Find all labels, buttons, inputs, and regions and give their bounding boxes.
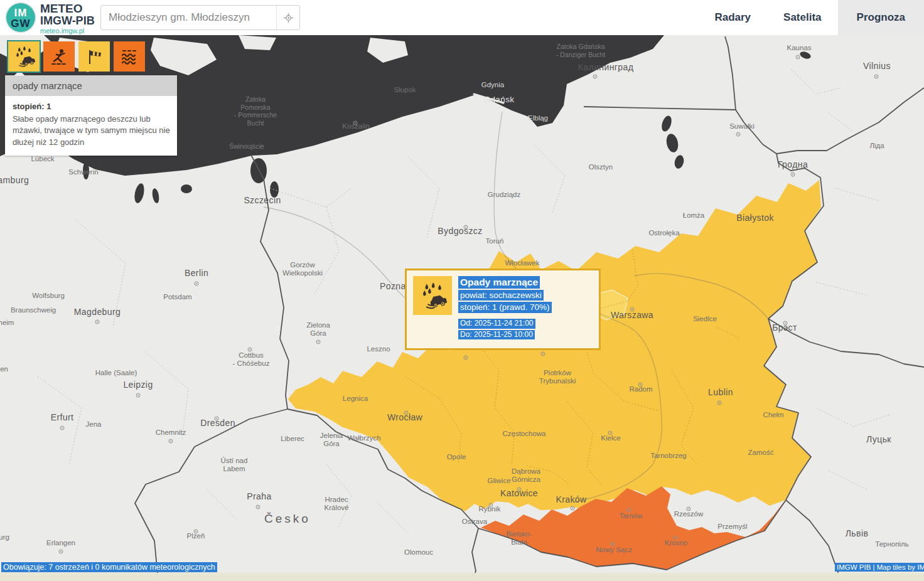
nav-satelita[interactable]: Satelita	[767, 0, 837, 35]
city-marker-dot	[318, 341, 319, 343]
map-label: Тернопіль	[875, 540, 908, 548]
panel-level: stopień: 1	[13, 102, 169, 111]
slipping-person-icon	[49, 46, 69, 67]
map-label: Olomouc	[404, 548, 433, 556]
map-label: Szczecin	[244, 195, 281, 205]
imgw-logo[interactable]: IM GW	[6, 3, 35, 32]
map-label: DąbrowaGórnicza	[512, 467, 541, 483]
nav-prognoza[interactable]: Prognoza	[838, 0, 924, 35]
map-label: Wolfsburg	[32, 292, 65, 299]
map-label: HradecKrálové	[325, 496, 349, 511]
warning-freezing-rain-button[interactable]	[8, 41, 40, 72]
bottom-strip	[0, 573, 924, 581]
location-search	[100, 5, 300, 30]
map-label: Przemyśl	[717, 523, 747, 530]
freezing-rain-icon	[418, 281, 447, 310]
city-marker-dot	[465, 357, 466, 358]
map-attribution-text: IMGW PIB | Map tiles by IMG	[835, 563, 924, 572]
city-marker-dot	[355, 122, 356, 124]
locate-button[interactable]	[276, 6, 299, 29]
city-marker-dot	[688, 508, 689, 509]
map-label: Gdynia	[481, 81, 505, 88]
map-label: Siedlce	[693, 315, 717, 322]
map-label: Grudziądz	[488, 191, 521, 198]
map-label: Rzeszów	[674, 510, 704, 518]
map-label: Częstochowa	[502, 430, 546, 437]
city-marker-dot	[612, 543, 613, 545]
waves-icon	[119, 46, 139, 67]
map-label: Kaunas	[787, 44, 811, 51]
warning-strong-wind-button[interactable]	[78, 41, 110, 72]
map-label: Zamość	[748, 449, 774, 456]
city-marker-dot	[137, 395, 139, 396]
map-label: Świnoujście	[229, 142, 264, 150]
city-marker-dot	[572, 508, 573, 509]
map-label: Nowy Sącz	[596, 546, 632, 553]
map-label: Białystok	[736, 213, 774, 223]
map-label: Krosno	[665, 539, 687, 546]
map-label: Jena	[86, 420, 102, 428]
nav-radary[interactable]: Radary	[698, 0, 767, 35]
map-label: Gliwice	[487, 477, 510, 484]
map-label: Луцьк	[866, 434, 891, 444]
city-marker-dot	[216, 418, 217, 419]
map-label: Wrocław	[387, 412, 423, 422]
popup-warning-icon-box	[413, 276, 452, 315]
map-label: Koszalin	[342, 122, 369, 130]
city-marker-dot	[876, 76, 877, 77]
city-marker-dot	[738, 134, 739, 135]
warning-glaze-ice-button[interactable]	[43, 41, 75, 72]
city-marker-dot	[97, 321, 98, 322]
city-marker-dot	[628, 509, 630, 511]
city-marker-dot	[195, 531, 196, 532]
city-marker-dot	[610, 432, 611, 434]
freezing-rain-icon	[13, 45, 35, 68]
warning-hydro-button[interactable]	[114, 41, 145, 72]
map-label: Erlangen	[46, 539, 75, 546]
map-label: Лiда	[869, 142, 884, 149]
city-marker-dot	[257, 506, 259, 508]
city-marker-dot	[170, 440, 171, 442]
map-label: Wałbrzych	[347, 434, 380, 442]
warning-popup: Opady marznące powiat: sochaczewski stop…	[405, 269, 601, 350]
warning-info-panel: opady marznące stopień: 1 Słabe opady ma…	[5, 75, 177, 156]
map-label: Elbląg	[528, 114, 548, 122]
map-label: Ostrava	[462, 518, 488, 525]
map-label: Dresden	[200, 418, 235, 428]
map-label: Göttingen	[0, 365, 8, 373]
city-marker-dot	[196, 283, 197, 284]
logo-text-bottom: GW	[6, 18, 35, 29]
map-label: PiotrkówTrybunalski	[539, 369, 576, 385]
map-label: Schwerin	[68, 168, 98, 176]
search-input[interactable]	[101, 11, 276, 24]
city-marker-dot	[631, 309, 633, 310]
map-label: Česko	[264, 512, 311, 525]
map-label: Брэст	[772, 322, 797, 333]
map-label: Łomża	[683, 211, 705, 219]
map-label: Tarnów	[619, 512, 643, 520]
panel-title: opady marznące	[5, 75, 177, 96]
map-label: Kraków	[556, 494, 587, 504]
top-bar: IM GW METEO IMGW-PIB meteo.imgw.pl Radar…	[0, 0, 924, 35]
main-nav: Radary Satelita Prognoza	[698, 0, 924, 35]
map-label: Калининград	[578, 62, 633, 72]
map-label: Zatoka Gdańska- Danziger Bucht	[556, 43, 605, 58]
map-label: Potsdam	[163, 293, 191, 301]
map-label: Magdeburg	[74, 307, 121, 317]
brand-block: METEO IMGW-PIB meteo.imgw.pl	[40, 3, 95, 35]
map-label: Leszno	[367, 345, 390, 353]
warnings-status-bar[interactable]: Obowiązuje: 7 ostrzeżeń i 0 komunikatów …	[1, 562, 217, 573]
map-label: Braunschweig	[11, 306, 56, 314]
city-marker-dot	[785, 322, 786, 324]
windsock-icon	[84, 46, 104, 67]
brand-line1: METEO	[40, 3, 95, 15]
warnings-status-text: Obowiązuje: 7 ostrzeżeń i 0 komunikatów …	[1, 562, 217, 572]
map-label: Berlin	[185, 268, 208, 278]
map-label: Opole	[447, 453, 466, 461]
map-attribution[interactable]: IMGW PIB | Map tiles by IMG	[835, 563, 924, 573]
map-label: Chełm	[763, 411, 783, 418]
city-marker-dot	[465, 227, 466, 228]
warning-type-toolbar	[8, 41, 145, 72]
map-label: Liberec	[281, 435, 304, 442]
brand-url[interactable]: meteo.imgw.pl	[40, 28, 95, 35]
